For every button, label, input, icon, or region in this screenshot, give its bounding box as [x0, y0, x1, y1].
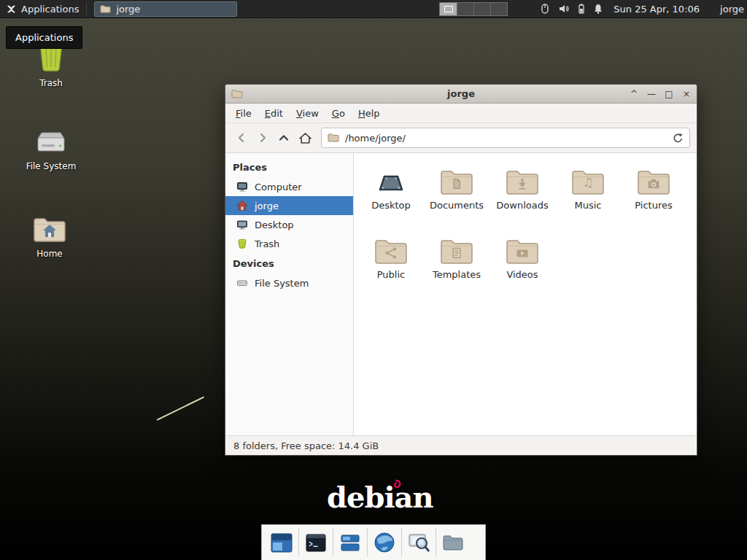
dock-workspaces-button[interactable] — [334, 526, 366, 559]
folder-label: Videos — [506, 269, 538, 280]
file-manager-folder-icon — [442, 534, 464, 551]
desktop-icon-filesystem[interactable]: File System — [19, 127, 83, 171]
devices-header: Devices — [225, 253, 353, 273]
top-panel: Applications jorge — [0, 0, 747, 18]
drive-icon — [236, 277, 248, 289]
location-bar[interactable]: /home/jorge/ — [321, 128, 690, 148]
desktop-icon-label: Home — [36, 249, 62, 259]
debian-wordmark: debian — [327, 480, 433, 514]
file-grid: Desktop Documents — [354, 153, 697, 435]
up-button[interactable] — [274, 128, 293, 148]
panel-separator — [86, 3, 90, 15]
up-icon — [278, 132, 290, 144]
menubar: File Edit View Go Help — [225, 104, 697, 123]
reload-button[interactable] — [673, 133, 684, 144]
video-emblem-icon — [515, 246, 530, 260]
battery-icon[interactable] — [578, 3, 585, 15]
applications-tooltip: Applications — [6, 26, 82, 49]
menu-edit[interactable]: Edit — [258, 105, 290, 122]
sidebar-item-label: File System — [255, 278, 309, 289]
menu-view[interactable]: View — [290, 105, 325, 122]
menu-go[interactable]: Go — [325, 105, 352, 122]
folder-tile-templates[interactable]: Templates — [424, 231, 489, 300]
computer-icon — [236, 181, 248, 192]
sidebar-item-label: Trash — [255, 238, 279, 249]
web-browser-globe-icon — [374, 532, 395, 553]
dock-app-finder-button[interactable] — [403, 526, 435, 559]
home-icon — [236, 200, 248, 211]
sidebar-item-label: Desktop — [255, 219, 294, 230]
sidebar-item-label: Computer — [255, 182, 302, 192]
sidebar-item-computer[interactable]: Computer — [225, 177, 353, 196]
dock-separator — [298, 529, 299, 556]
panel-clock[interactable]: Sun 25 Apr, 10:06 — [614, 4, 700, 15]
desktop-icon-home[interactable]: Home — [18, 214, 82, 259]
sidebar-item-desktop[interactable]: Desktop — [225, 215, 353, 234]
folder-label: Documents — [430, 200, 484, 211]
applications-menu-button[interactable]: Applications — [0, 0, 85, 18]
dock-file-manager-button[interactable] — [437, 526, 469, 559]
workspace-2[interactable] — [457, 3, 473, 15]
statusbar: 8 folders, Free space: 14.4 GiB — [225, 435, 697, 455]
sidebar-item-label: jorge — [255, 201, 279, 211]
dock-separator — [436, 529, 436, 556]
workspace-pager — [439, 2, 508, 16]
folder-tile-music[interactable]: ♫ Music — [555, 162, 621, 231]
folder-tile-desktop[interactable]: Desktop — [358, 162, 424, 231]
minimize-button[interactable]: — — [647, 85, 656, 103]
titlebar[interactable]: jorge ^ — □ × — [225, 85, 697, 104]
status-text: 8 folders, Free space: 14.4 GiB — [233, 440, 379, 451]
taskbar-folder-icon — [100, 4, 111, 15]
maximize-button[interactable]: □ — [665, 85, 673, 103]
workspace-3[interactable] — [473, 3, 490, 15]
menu-file[interactable]: File — [229, 105, 258, 122]
location-text: /home/jorge/ — [345, 133, 406, 144]
dock-show-desktop-button[interactable] — [266, 526, 298, 559]
folder-tile-videos[interactable]: Videos — [489, 231, 555, 300]
sidebar-item-trash[interactable]: Trash — [225, 234, 353, 253]
home-folder-icon — [32, 214, 67, 244]
wallpaper-scratch-line — [157, 397, 205, 421]
debian-logo: debian — [327, 481, 433, 515]
back-icon — [236, 132, 247, 144]
desktop: debian Trash File System Home — [0, 0, 747, 560]
workspace-4[interactable] — [490, 3, 507, 15]
sidebar-item-filesystem[interactable]: File System — [225, 273, 353, 292]
workspace-1[interactable] — [440, 3, 457, 15]
toolbar: /home/jorge/ — [225, 123, 697, 153]
applications-label: Applications — [21, 4, 79, 15]
dock-separator — [367, 529, 368, 556]
taskbar-button-jorge[interactable]: jorge — [94, 1, 237, 17]
shade-button[interactable]: ^ — [630, 85, 638, 103]
sidebar: Places Computer jorge — [225, 153, 354, 435]
forward-icon — [257, 132, 268, 144]
desktop-icon — [236, 219, 248, 230]
filesystem-icon — [34, 127, 68, 156]
menu-help[interactable]: Help — [352, 105, 387, 122]
folder-label: Pictures — [635, 200, 672, 211]
sidebar-item-jorge[interactable]: jorge — [225, 196, 353, 215]
dock-web-browser-button[interactable] — [368, 526, 400, 559]
bell-icon[interactable] — [593, 3, 603, 15]
workspaces-icon — [340, 533, 360, 553]
taskbar-window-title: jorge — [116, 4, 140, 15]
folder-label: Downloads — [496, 200, 548, 211]
applications-icon — [6, 4, 17, 15]
mouse-icon[interactable] — [540, 3, 550, 15]
folder-tile-pictures[interactable]: Pictures — [621, 162, 686, 231]
folder-tile-downloads[interactable]: Downloads — [489, 162, 555, 231]
back-button[interactable] — [232, 128, 251, 148]
debian-swirl-icon — [390, 478, 403, 491]
folder-tile-public[interactable]: Public — [358, 231, 424, 300]
panel-username[interactable]: jorge — [720, 4, 744, 15]
home-button[interactable] — [295, 128, 314, 148]
document-emblem-icon — [449, 176, 464, 191]
dock-terminal-button[interactable] — [300, 526, 332, 559]
places-header: Places — [225, 157, 353, 177]
camera-emblem-icon — [646, 176, 661, 191]
forward-button[interactable] — [253, 128, 272, 148]
volume-icon[interactable] — [558, 3, 570, 15]
house-emblem-icon — [42, 224, 57, 238]
folder-tile-documents[interactable]: Documents — [424, 162, 489, 231]
close-button[interactable]: × — [682, 85, 691, 103]
